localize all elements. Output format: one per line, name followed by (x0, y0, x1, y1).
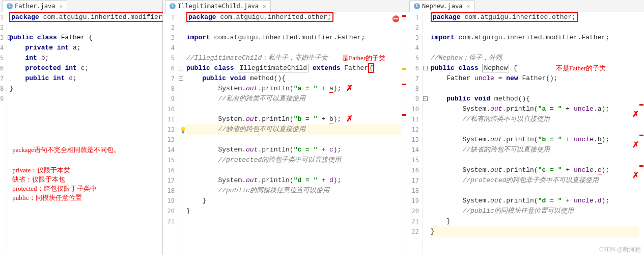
code-line[interactable] (431, 84, 639, 94)
annotation-text: package语句不完全相同就是不同包。 (12, 145, 120, 155)
watermark: CSDN @断河愁 (599, 245, 641, 254)
code-line[interactable]: public class Nephew { (431, 63, 639, 73)
code-line[interactable]: System.out.println("d = " + uncle.d); (431, 196, 639, 206)
code-line[interactable]: Father uncle = new Father(); (431, 73, 639, 84)
code-line[interactable]: System.out.println("d = " + d); (186, 175, 402, 186)
code-line[interactable]: } (431, 226, 639, 237)
code-line[interactable]: public void method(){ (186, 73, 402, 84)
file-tab[interactable]: CFather.java× (2, 1, 67, 12)
code-line[interactable] (431, 186, 639, 196)
code-line[interactable]: } (9, 84, 168, 94)
code-line[interactable] (431, 155, 639, 165)
code-line[interactable] (186, 104, 402, 114)
code-line[interactable]: System.out.println("a = " + uncle.a); (431, 104, 639, 114)
annotation-text: protected：跨包仅限于子类中 (12, 184, 96, 194)
code-line[interactable]: } (431, 216, 639, 226)
annotation-text: public：同模块任意位置 (12, 193, 82, 203)
code-line[interactable]: //私有的跨类不可以直接使用 (431, 114, 639, 124)
code-line[interactable]: //缺省的跨包不可以直接使用 (431, 145, 639, 155)
code-line[interactable]: //Nephew：侄子，外甥 (431, 53, 639, 63)
code-line[interactable] (9, 94, 168, 104)
code-area[interactable]: package com.atguigu.inherited.other; imp… (184, 12, 402, 255)
java-class-icon: C (170, 3, 176, 9)
code-line[interactable]: System.out.println("a = " + a); (186, 84, 402, 94)
close-icon[interactable]: × (263, 3, 266, 10)
code-line[interactable] (186, 165, 402, 175)
error-strip-mark[interactable] (639, 135, 643, 136)
error-x-icon: ✗ (632, 170, 639, 181)
tab-label: Nephew.java (422, 3, 462, 10)
tab-bar: CIllegitimateChild.java× (163, 0, 407, 12)
annotation-text: 不是Father的子类 (556, 63, 606, 73)
line-gutter: 123456789101112131415161718192021 (163, 12, 178, 255)
java-class-icon: C (7, 3, 13, 9)
annotation-text: 是Father的子类 (342, 53, 385, 63)
code-line[interactable] (431, 22, 639, 33)
code-line[interactable]: private int a; (9, 43, 168, 53)
code-area[interactable]: package com.atguigu.inherited.modifier; … (7, 12, 168, 255)
code-area[interactable]: package com.atguigu.inherited.other; imp… (429, 12, 639, 255)
error-strip[interactable] (402, 12, 407, 255)
code-line[interactable]: //public的同模块任意位置可以使用 (186, 186, 402, 196)
fold-column: −− (423, 12, 429, 255)
code-line[interactable]: System.out.println("c = " + uncle.c); (431, 165, 639, 175)
code-line[interactable]: System.out.println("c = " + c); (186, 145, 402, 155)
tab-label: Father.java (15, 3, 55, 10)
code-line[interactable]: System.out.println("b = " + uncle.b); (431, 135, 639, 145)
error-x-icon: ✗ (346, 114, 353, 124)
code-line[interactable]: protected int c; (9, 63, 168, 73)
tab-bar: CFather.java× (0, 0, 162, 12)
error-strip-mark[interactable] (402, 84, 406, 85)
code-line[interactable] (186, 135, 402, 145)
code-line[interactable]: import com.atguigu.inherited.modifier.Fa… (186, 33, 402, 43)
error-strip-mark[interactable] (402, 15, 406, 17)
intention-bulb-icon[interactable]: 💡 (179, 125, 187, 136)
annotation-text: 缺省：仅限于本包 (12, 174, 65, 185)
code-line[interactable]: //protected的跨包子类中可以直接使用 (186, 155, 402, 165)
code-line[interactable]: import com.atguigu.inherited.modifier.Fa… (431, 33, 639, 43)
tab-label: IllegitimateChild.java (178, 3, 259, 10)
error-strip-mark[interactable] (639, 104, 643, 106)
file-tab[interactable]: CNephew.java× (409, 1, 474, 12)
code-line[interactable]: //public的同模块任意位置可以使用 (431, 206, 639, 216)
error-indicator-icon[interactable]: ⛔ (392, 14, 400, 24)
fold-toggle[interactable]: − (423, 66, 428, 70)
error-strip[interactable] (639, 12, 644, 255)
code-line[interactable]: //缺省的跨包不可以直接使用 (186, 124, 402, 135)
error-x-icon: ✗ (632, 140, 639, 150)
file-tab[interactable]: CIllegitimateChild.java× (165, 1, 271, 12)
code-line[interactable]: public void method(){ (431, 94, 639, 104)
fold-toggle[interactable]: − (423, 96, 428, 101)
error-strip-mark[interactable] (639, 165, 643, 167)
fold-toggle[interactable]: − (179, 76, 183, 81)
error-strip-mark[interactable] (402, 68, 406, 70)
code-line[interactable]: } (186, 196, 402, 206)
code-line[interactable]: int b; (9, 53, 168, 63)
code-editor[interactable]: 123456789101112131415161718192021−−packa… (163, 12, 407, 255)
code-line[interactable]: public class Father { (9, 33, 168, 43)
code-line[interactable]: public class IllegitimateChild extends F… (186, 63, 402, 73)
code-line[interactable]: package com.atguigu.inherited.modifier; (9, 12, 168, 22)
code-line[interactable]: package com.atguigu.inherited.other; (431, 12, 639, 22)
code-line[interactable] (186, 22, 402, 33)
code-line[interactable]: System.out.println("b = " + b); (186, 114, 402, 124)
fold-toggle[interactable]: − (179, 66, 183, 70)
code-line[interactable]: } (186, 206, 402, 216)
code-line[interactable]: //protected的跨包非子类中不可以直接使用 (431, 175, 639, 186)
code-line[interactable]: //私有的跨类不可以直接使用 (186, 94, 402, 104)
code-line[interactable] (186, 216, 402, 226)
code-line[interactable] (431, 43, 639, 53)
code-line[interactable] (186, 43, 402, 53)
code-line[interactable] (431, 124, 639, 135)
code-line[interactable] (9, 22, 168, 33)
editor-pane: CNephew.java×123456789101112131415161718… (407, 0, 644, 255)
close-icon[interactable]: × (59, 3, 63, 10)
error-x-icon: ✗ (632, 109, 639, 119)
code-editor[interactable]: 12345678910111213141516171819202122−−pac… (407, 12, 644, 255)
code-line[interactable]: public int d; (9, 73, 168, 84)
code-editor[interactable]: 123456789−package com.atguigu.inherited.… (0, 12, 162, 255)
code-line[interactable]: package com.atguigu.inherited.other; (186, 12, 402, 22)
line-gutter: 12345678910111213141516171819202122 (407, 12, 423, 255)
close-icon[interactable]: × (466, 3, 470, 10)
error-strip-mark[interactable] (402, 114, 406, 116)
